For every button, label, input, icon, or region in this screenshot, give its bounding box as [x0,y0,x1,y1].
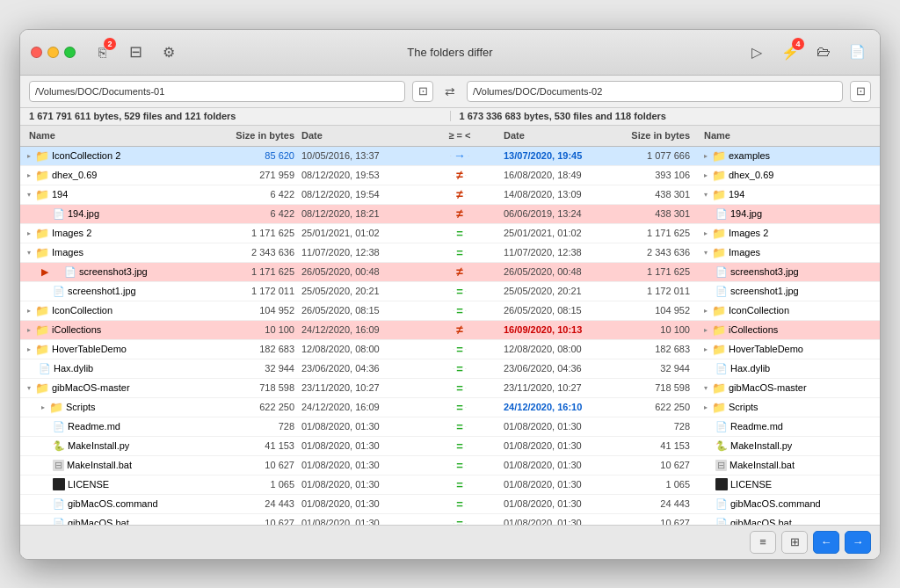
size-right-cell: 10 627 [618,518,697,525]
table-row[interactable]: 📄 194.jpg 6 422 08/12/2020, 18:21 · ≠ · … [20,205,880,224]
name-right-cell: ▾ 📁 gibMacOS-master [697,381,880,395]
date-left-cell: 01/08/2020, 01:30 [301,460,416,470]
col-header-size-right[interactable]: Size in bytes [618,130,697,141]
date-left-cell: 11/07/2020, 12:38 [301,247,416,258]
compare-arrows-cell: · = · [416,285,504,298]
table-row[interactable]: ▶ 📄 screenshot3.jpg 1 171 625 26/05/2020… [20,263,880,282]
table-row[interactable]: 🐍 MakeInstall.py 41 153 01/08/2020, 01:3… [20,437,880,456]
doc-icon-btn[interactable]: 📄 [845,40,869,64]
date-right-cell: 14/08/2020, 13:09 [504,189,618,200]
size-left-cell: 1 172 011 [222,286,301,296]
col-header-name-left[interactable]: Name [20,130,222,141]
path-toolbar: ⊡ ⇄ ⊡ [20,76,880,108]
dot-left: · [453,461,454,469]
name-left-cell: ▸ 📁 HoverTableDemo [20,343,222,356]
path-input-right[interactable] [467,81,843,102]
table-row[interactable]: ▸ 📁 IconCollection 104 952 26/05/2020, 0… [20,301,880,321]
prev-diff-btn[interactable]: ← [813,531,839,554]
py-file-icon: 🐍 [53,440,65,452]
equal-icon: = [456,362,463,375]
file-list[interactable]: ▸ 📁 IconCollection 2 85 620 10/05/2016, … [20,147,880,525]
dot-right: · [465,519,467,525]
bat-file-icon: ⊟ [715,460,727,471]
table-row[interactable]: 📄 Readme.md 728 01/08/2020, 01:30 · = · … [20,417,880,437]
generic-file-icon: 📄 [64,266,76,278]
path-input-left[interactable] [29,81,405,102]
table-row[interactable]: 📄 Hax.dylib 32 944 23/06/2020, 04:36 · =… [20,359,880,379]
size-left-cell: 41 153 [222,440,301,451]
list-view-btn[interactable]: ≡ [750,531,776,554]
date-right-cell: 24/12/2020, 16:10 [504,402,618,412]
table-row[interactable]: LICENSE 1 065 01/08/2020, 01:30 · = · 01… [20,475,880,495]
name-right-cell: ▸ 📁 IconCollection [697,304,880,317]
stats-left: 1 671 791 611 bytes, 529 files and 121 f… [29,111,450,121]
date-right-cell: 16/08/2020, 18:49 [504,170,618,180]
chevron-icon: ▸ [41,403,45,411]
browse-right-btn[interactable]: ⊡ [850,81,871,102]
chevron-icon: ▾ [27,191,31,199]
filename-right: Scripts [729,402,758,412]
dot-right: · [465,326,467,334]
dot-left: · [453,268,454,276]
table-row[interactable]: 📄 screenshot1.jpg 1 172 011 25/05/2020, … [20,282,880,301]
dot-right: · [465,210,467,218]
next-diff-btn[interactable]: → [845,531,871,554]
filename-left: IconCollection 2 [52,150,120,161]
table-row[interactable]: ⊟ MakeInstall.bat 10 627 01/08/2020, 01:… [20,456,880,475]
clipboard-icon-btn[interactable]: ⎘ 2 [90,40,114,64]
name-left-cell: 📄 194.jpg [20,208,222,220]
dot-right: · [465,191,467,199]
date-left-cell: 24/12/2020, 16:09 [301,324,416,335]
size-right-cell: 10 100 [618,324,697,335]
close-button[interactable] [31,47,42,58]
table-row[interactable]: ▾ 📁 gibMacOS-master 718 598 23/11/2020, … [20,379,880,398]
name-left-cell: ▶ 📄 screenshot3.jpg [20,266,222,278]
date-right-cell: 11/07/2020, 12:38 [504,247,618,258]
folder2-icon-btn[interactable]: 🗁 [811,40,836,64]
zoom-button[interactable] [64,47,76,58]
size-right-cell: 622 250 [618,402,697,412]
col-header-date-left[interactable]: Date [301,130,416,141]
col-header-date-right[interactable]: Date [504,130,618,141]
date-left-cell: 08/12/2020, 19:54 [301,189,416,200]
table-row[interactable]: ▸ 📁 Scripts 622 250 24/12/2020, 16:09 · … [20,398,880,417]
dot-right: · [465,481,467,489]
chevron-icon: ▸ [704,152,708,160]
minimize-button[interactable] [47,47,59,58]
name-left-cell: ▸ 📁 dhex_0.69 [20,169,222,182]
dot-right: · [465,287,467,295]
size-right-cell: 718 598 [618,382,697,393]
col-header-size-left[interactable]: Size in bytes [222,130,301,141]
col-header-arrows: ≥ = < [416,130,504,141]
table-row[interactable]: ▸ 📁 dhex_0.69 271 959 08/12/2020, 19:53 … [20,166,880,185]
generic-file-icon: 📄 [715,363,728,374]
name-left-cell: 📄 Hax.dylib [20,363,222,374]
table-row[interactable]: 📄 gibMacOS.command 24 443 01/08/2020, 01… [20,495,880,514]
play-icon-btn[interactable]: ▷ [744,40,769,64]
dot-right: · [465,249,467,257]
flash-icon-btn[interactable]: ⚡4 [778,40,802,64]
dot-left: · [453,384,454,392]
table-row[interactable]: ▸ 📁 iCollections 10 100 24/12/2020, 16:0… [20,321,880,340]
col-header-name-right[interactable]: Name [697,130,880,141]
size-right-cell: 1 172 011 [618,286,697,296]
compare-arrows-cell: · ≠ · [416,207,504,221]
dot-right: · [465,384,467,392]
table-row[interactable]: ▾ 📁 Images 2 343 636 11/07/2020, 12:38 ·… [20,243,880,263]
view-icon-btn[interactable]: ⊟ [123,40,148,64]
table-row[interactable]: ▾ 📁 194 6 422 08/12/2020, 19:54 · ≠ · 14… [20,185,880,205]
date-left-cell: 25/05/2020, 20:21 [301,286,416,296]
table-row[interactable]: 📄 gibMacOS.bat 10 627 01/08/2020, 01:30 … [20,514,880,525]
py-file-icon: 🐍 [715,440,728,452]
swap-btn[interactable]: ⇄ [440,82,460,101]
size-left-cell: 85 620 [222,150,301,161]
dot-right: · [468,152,469,160]
folder-icon: 📁 [35,323,49,337]
browse-left-btn[interactable]: ⊡ [412,81,433,102]
table-row[interactable]: ▸ 📁 Images 2 1 171 625 25/01/2021, 01:02… [20,224,880,243]
table-row[interactable]: ▸ 📁 HoverTableDemo 182 683 12/08/2020, 0… [20,340,880,359]
table-row[interactable]: ▸ 📁 IconCollection 2 85 620 10/05/2016, … [20,147,880,166]
dot-right: · [465,229,467,237]
settings-icon-btn[interactable]: ⚙ [156,40,181,64]
filter-btn[interactable]: ⊞ [781,531,808,554]
